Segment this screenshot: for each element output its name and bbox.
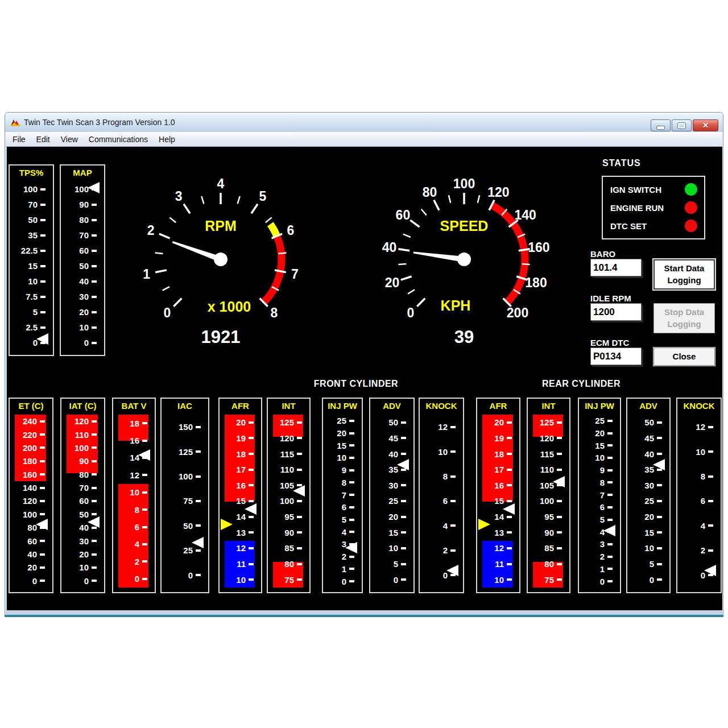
menu-item-view[interactable]: View — [61, 135, 78, 144]
scale-label: 10 — [494, 575, 504, 585]
tick-mark — [557, 516, 562, 518]
scale-row: 10 — [579, 452, 620, 464]
gauge-scale-label: 5 — [259, 189, 267, 204]
tick-mark — [40, 420, 45, 423]
front-cylinder-label: FRONT CYLINDER — [314, 379, 398, 389]
scale-label: 7 — [342, 490, 346, 500]
tick-mark — [349, 506, 354, 508]
menu-item-help[interactable]: Help — [159, 135, 175, 144]
meter-title: IAT (C) — [61, 401, 104, 411]
scale-label: 140 — [23, 483, 37, 493]
scale-row: 220 — [10, 428, 52, 441]
scale-label: 18 — [130, 419, 139, 428]
tick-mark — [557, 453, 562, 455]
tick-mark — [297, 547, 302, 549]
status-label: ENGINE RUN — [610, 203, 664, 213]
scale-label: 80 — [79, 215, 89, 225]
meter-iat: IAT (C)1201101009080706050403020100 — [60, 398, 105, 593]
scale-label: 0 — [84, 338, 89, 348]
tick-mark — [607, 420, 613, 422]
scale-row: 18 — [113, 415, 155, 432]
tick-mark — [92, 566, 97, 569]
scale-label: 20 — [595, 428, 605, 438]
gauge-value: 1921 — [201, 327, 241, 347]
white-arrow-indicator — [293, 485, 305, 497]
tick-mark — [557, 578, 562, 581]
menu-item-communications[interactable]: Communications — [89, 135, 148, 144]
scale-row: 12 — [113, 466, 155, 483]
scale-row: 35 — [10, 228, 53, 243]
ecm-dtc-input[interactable] — [590, 348, 642, 365]
close-dialog-button[interactable]: Close — [653, 348, 715, 366]
gauge-tick — [408, 289, 415, 293]
scale-row: 8 — [323, 477, 362, 489]
minimize-button[interactable] — [651, 119, 671, 131]
needle-hub — [214, 253, 228, 266]
scale-label: 10 — [644, 543, 654, 553]
scale-row: 75 — [528, 572, 569, 588]
tick-mark — [450, 450, 456, 453]
menu-item-edit[interactable]: Edit — [36, 135, 50, 144]
scale-label: 10 — [79, 562, 89, 572]
speed-gauge: 020406080100120140160180200SPEEDKPH39 — [379, 174, 549, 356]
scale-label: 4 — [443, 521, 448, 531]
status-row: IGN SWITCH — [610, 182, 697, 197]
status-title: STATUS — [602, 158, 641, 168]
tick-mark — [92, 446, 97, 449]
gauge-scale-label: 0 — [164, 305, 171, 320]
tick-mark — [92, 296, 97, 298]
scale-label: 0 — [342, 577, 346, 586]
stop-data-logging-button[interactable]: Stop Data Logging — [653, 303, 715, 333]
tick-mark — [657, 453, 662, 455]
scale-label: 4 — [342, 527, 346, 537]
scale-label: 0 — [135, 574, 139, 584]
scale-label: 20 — [236, 417, 246, 427]
scale-row: 12 — [420, 415, 463, 439]
scale-row: 0 — [61, 574, 104, 588]
meter-iac: IAC1501251007550250 — [160, 398, 209, 593]
tick-mark — [40, 513, 45, 515]
scale-row: 30 — [627, 478, 669, 494]
scale-label: 115 — [280, 449, 294, 459]
idle-rpm-input[interactable] — [590, 303, 642, 321]
scale-row: 17 — [477, 462, 519, 478]
tick-mark — [249, 563, 254, 565]
gauge-tick — [403, 234, 411, 237]
tick-mark — [297, 437, 302, 439]
baro-label: BARO — [590, 249, 615, 259]
scale-row: 6 — [420, 489, 463, 513]
tick-mark — [40, 296, 46, 298]
scale-row: 2 — [579, 551, 620, 563]
menu-bar: FileEditViewCommunicationsHelp — [6, 132, 722, 147]
scale-label: 20 — [79, 307, 89, 317]
scale-row: 8 — [579, 477, 620, 489]
scale-row: 95 — [268, 509, 309, 525]
tick-mark — [450, 475, 456, 478]
scale-label: 20 — [644, 512, 654, 522]
scale-label: 100 — [23, 510, 37, 519]
tick-mark — [297, 469, 302, 471]
tick-mark — [40, 188, 46, 191]
meter-title: INJ PW — [579, 401, 620, 411]
maximize-button[interactable] — [672, 119, 692, 131]
scale-label: 25 — [595, 416, 605, 425]
scale-row: 45 — [627, 431, 669, 446]
scale-label: 8 — [600, 478, 605, 487]
tick-mark — [557, 531, 562, 533]
close-window-button[interactable]: ✕ — [693, 119, 718, 131]
title-bar[interactable]: Twin Tec Twin Scan 3 Program Version 1.0… — [5, 113, 723, 132]
status-led-dtc-set — [685, 220, 697, 232]
scale-row: 10 — [420, 439, 463, 464]
tick-mark — [450, 426, 456, 428]
baro-input[interactable] — [590, 259, 642, 276]
tick-mark — [607, 543, 613, 545]
scale-row: 5 — [10, 304, 53, 320]
white-arrow-indicator — [88, 182, 100, 193]
scale-row: 80 — [61, 212, 104, 228]
scale-row: 110 — [61, 428, 104, 441]
tick-mark — [40, 433, 45, 436]
scale-label: 0 — [650, 575, 654, 585]
menu-item-file[interactable]: File — [13, 135, 26, 144]
start-data-logging-button[interactable]: Start Data Logging — [653, 259, 715, 289]
scale-row: 85 — [268, 540, 309, 556]
